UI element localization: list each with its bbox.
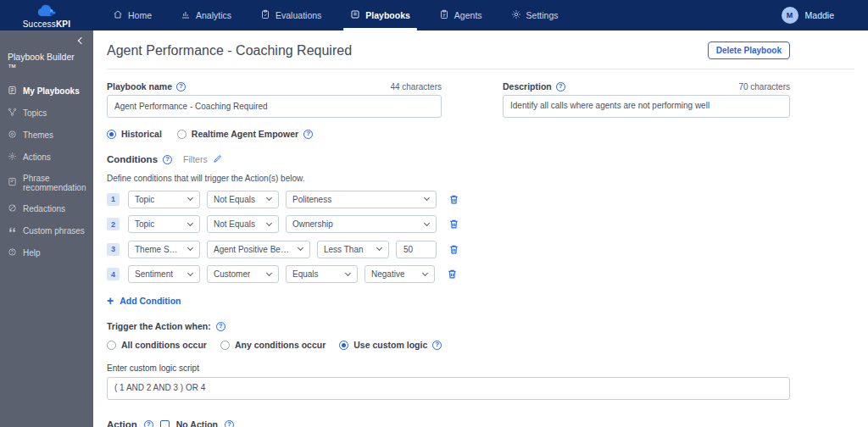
quotes-icon <box>8 225 17 236</box>
condition-score-input[interactable] <box>396 241 437 258</box>
condition-theme-select[interactable]: Agent Positive Behavior The... <box>207 241 310 258</box>
radio-unselected-icon <box>107 341 116 350</box>
nav-item-label: Home <box>128 10 152 20</box>
chevron-down-icon <box>424 219 430 225</box>
delete-condition-button[interactable] <box>448 194 459 205</box>
topics-network-icon <box>8 108 17 119</box>
sidebar-item-actions[interactable]: Actions <box>0 146 93 168</box>
sidebar-item-phrase-recommendation[interactable]: Phrase recommendation <box>0 168 93 197</box>
no-action-checkbox[interactable] <box>160 420 170 427</box>
sidebar: Playbook Builder ™ My Playbooks Topics T… <box>0 30 93 427</box>
nav-menu: Home Analytics Evaluations Playbooks Age… <box>98 0 573 30</box>
phrase-document-icon <box>8 177 17 188</box>
help-icon[interactable]: ? <box>176 82 186 92</box>
brand-logo[interactable]: SuccessKPI <box>0 3 93 29</box>
trigger-when-label: Trigger the Action when:? <box>107 321 790 331</box>
help-circle-icon <box>8 247 17 258</box>
sidebar-item-my-playbooks[interactable]: My Playbooks <box>0 80 93 102</box>
plus-icon: + <box>107 295 114 307</box>
brand-name: SuccessKPI <box>23 19 70 29</box>
name-char-counter: 44 characters <box>390 82 442 92</box>
home-icon <box>113 9 123 21</box>
condition-type-select[interactable]: Topic <box>128 191 200 208</box>
filters-label: Filters <box>183 154 208 164</box>
app-window: SuccessKPI Home Analytics Evaluations Pl… <box>0 0 868 427</box>
avatar: M <box>782 7 798 24</box>
delete-playbook-button[interactable]: Delete Playbook <box>708 42 790 59</box>
no-action-label: No Action <box>176 419 218 427</box>
condition-type-select[interactable]: Sentiment <box>128 265 200 283</box>
condition-row: 2 Topic Not Equals Ownership <box>107 215 790 233</box>
description-input[interactable]: Identify all calls where agents are not … <box>503 95 790 118</box>
chevron-down-icon <box>266 269 272 275</box>
custom-logic-input[interactable]: ( 1 AND 2 AND 3 ) OR 4 <box>107 377 790 400</box>
sidebar-item-custom-phrases[interactable]: Custom phrases <box>0 219 93 241</box>
condition-party-select[interactable]: Customer <box>207 265 279 283</box>
gear-icon <box>511 9 521 21</box>
condition-operator-select[interactable]: Less Than <box>317 241 389 258</box>
conditions-title: Conditions <box>107 154 158 164</box>
main-content: Agent Performance - Coaching Required De… <box>93 30 868 427</box>
add-condition-button[interactable]: + Add Condition <box>107 295 181 307</box>
condition-value-select[interactable]: Negative <box>364 265 435 283</box>
help-icon[interactable]: ? <box>144 420 153 427</box>
chevron-down-icon <box>298 245 303 251</box>
condition-row: 4 Sentiment Customer Equals Negative <box>107 265 790 283</box>
nav-item-settings[interactable]: Settings <box>497 0 573 30</box>
action-title: Action <box>107 419 137 427</box>
chevron-down-icon <box>422 269 428 275</box>
nav-item-agents[interactable]: Agents <box>425 0 497 30</box>
sidebar-item-topics[interactable]: Topics <box>0 102 93 124</box>
chevron-down-icon <box>187 245 193 251</box>
condition-type-select[interactable]: Theme Score <box>128 241 200 258</box>
collapse-sidebar-icon[interactable] <box>78 37 85 44</box>
nav-item-label: Playbooks <box>365 10 410 20</box>
nav-item-home[interactable]: Home <box>98 0 166 30</box>
help-icon[interactable]: ? <box>556 82 565 92</box>
sidebar-item-help[interactable]: Help <box>0 241 93 263</box>
clipboard-icon <box>439 9 449 21</box>
chevron-down-icon <box>187 219 193 225</box>
radio-realtime-agent-empower[interactable]: Realtime Agent Empower ? <box>177 129 313 139</box>
edit-pencil-icon[interactable] <box>213 152 222 167</box>
condition-row: 3 Theme Score Agent Positive Behavior Th… <box>107 241 790 258</box>
radio-unselected-icon <box>177 130 186 139</box>
help-icon[interactable]: ? <box>303 130 313 139</box>
help-icon[interactable]: ? <box>216 322 225 331</box>
condition-value-select[interactable]: Ownership <box>286 215 437 233</box>
mode-radio-group: Historical Realtime Agent Empower ? <box>107 129 790 139</box>
nav-item-analytics[interactable]: Analytics <box>166 0 246 30</box>
condition-operator-select[interactable]: Equals <box>286 265 358 283</box>
condition-operator-select[interactable]: Not Equals <box>207 191 279 208</box>
sidebar-item-label: Topics <box>23 108 47 118</box>
delete-condition-button[interactable] <box>448 219 459 230</box>
nav-item-label: Evaluations <box>275 10 321 20</box>
custom-logic-label: Enter custom logic script <box>107 363 790 373</box>
help-icon[interactable]: ? <box>163 155 172 164</box>
nav-item-evaluations[interactable]: Evaluations <box>246 0 336 30</box>
radio-unselected-icon <box>220 341 230 350</box>
conditions-subtitle: Define conditions that will trigger the … <box>107 174 790 183</box>
radio-any-conditions[interactable]: Any conditions occur <box>220 340 326 350</box>
condition-row: 1 Topic Not Equals Politeness <box>107 191 790 208</box>
sidebar-item-themes[interactable]: Themes <box>0 124 93 146</box>
playbook-name-input[interactable] <box>107 95 442 118</box>
top-nav: SuccessKPI Home Analytics Evaluations Pl… <box>0 0 868 30</box>
sidebar-item-label: Custom phrases <box>23 226 85 236</box>
delete-condition-button[interactable] <box>447 269 458 280</box>
sidebar-item-label: Phrase recommendation <box>23 174 86 192</box>
radio-all-conditions[interactable]: All conditions occur <box>107 340 207 350</box>
help-icon[interactable]: ? <box>225 420 234 427</box>
condition-operator-select[interactable]: Not Equals <box>207 215 279 233</box>
delete-condition-button[interactable] <box>448 244 459 255</box>
chevron-down-icon <box>266 195 272 201</box>
radio-historical[interactable]: Historical <box>107 129 162 139</box>
nav-item-playbooks[interactable]: Playbooks <box>336 0 425 30</box>
condition-type-select[interactable]: Topic <box>128 215 200 233</box>
condition-value-select[interactable]: Politeness <box>286 191 437 208</box>
sidebar-item-redactions[interactable]: Redactions <box>0 197 93 219</box>
user-menu[interactable]: M Maddie <box>782 7 834 24</box>
radio-use-custom-logic[interactable]: Use custom logic ? <box>339 340 442 350</box>
user-name: Maddie <box>805 10 834 20</box>
help-icon[interactable]: ? <box>432 341 442 350</box>
